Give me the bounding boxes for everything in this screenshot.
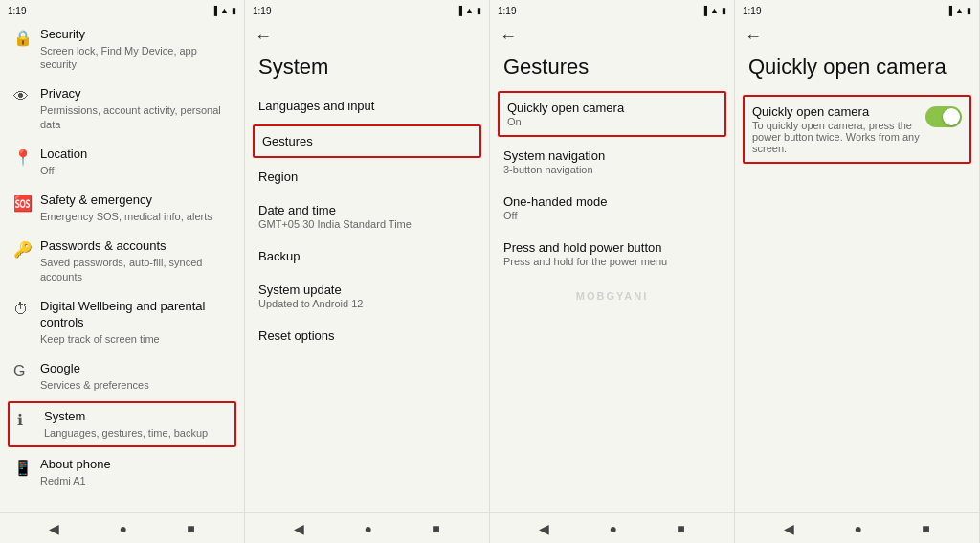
- system-item-title-4: Backup: [258, 249, 476, 263]
- nav-bar-4: ◀ ● ■: [735, 512, 979, 543]
- item-title-0: Security: [40, 27, 231, 43]
- system-item-subtitle-5: Updated to Android 12: [258, 298, 476, 309]
- system-item-1[interactable]: Gestures: [253, 124, 481, 158]
- system-item-6[interactable]: Reset options: [245, 319, 489, 352]
- item-title-2: Location: [40, 147, 231, 163]
- item-subtitle-4: Saved passwords, auto-fill, synced accou…: [40, 256, 231, 283]
- back-nav-1[interactable]: ◀: [39, 517, 69, 540]
- back-nav-2[interactable]: ◀: [284, 517, 314, 540]
- settings-item-5[interactable]: ⏱ Digital Wellbeing and parental control…: [0, 291, 244, 353]
- toggle-subtitle: To quickly open camera, press the power …: [752, 120, 925, 154]
- gesture-item-2[interactable]: One-handed mode Off: [490, 185, 734, 231]
- gesture-item-title-1: System navigation: [503, 148, 721, 163]
- settings-item-8[interactable]: 📱 About phone Redmi A1: [0, 449, 244, 495]
- wifi-icon-4: ▲: [955, 6, 964, 15]
- toggle-switch[interactable]: [925, 106, 962, 127]
- settings-item-0[interactable]: 🔒 Security Screen lock, Find My Device, …: [0, 19, 244, 79]
- time-3: 1:19: [498, 6, 516, 16]
- item-subtitle-6: Services & preferences: [40, 378, 231, 392]
- item-icon-5: ⏱: [13, 299, 40, 318]
- back-arrow-4[interactable]: ←: [735, 19, 979, 51]
- system-item-title-5: System update: [258, 283, 476, 297]
- toggle-title: Quickly open camera: [752, 104, 925, 119]
- system-item-5[interactable]: System update Updated to Android 12: [245, 273, 489, 319]
- recents-nav-1[interactable]: ■: [177, 517, 204, 540]
- time-4: 1:19: [743, 6, 761, 16]
- home-nav-2[interactable]: ●: [355, 517, 382, 540]
- wifi-icon-2: ▲: [465, 6, 474, 15]
- back-nav-3[interactable]: ◀: [529, 517, 559, 540]
- home-nav-4[interactable]: ●: [845, 517, 872, 540]
- status-icons-2: ▐ ▲ ▮: [457, 6, 481, 15]
- item-icon-4: 🔑: [13, 238, 40, 259]
- gesture-item-1[interactable]: System navigation 3-button navigation: [490, 139, 734, 185]
- nav-bar-3: ◀ ● ■: [490, 512, 734, 543]
- item-icon-2: 📍: [13, 147, 40, 167]
- system-item-4[interactable]: Backup: [245, 239, 489, 273]
- panel-system: 1:19 ▐ ▲ ▮ ← System Languages and input …: [245, 0, 490, 543]
- gesture-item-subtitle-0: On: [507, 116, 717, 127]
- item-icon-6: G: [13, 361, 40, 380]
- camera-content: Quickly open camera To quickly open came…: [735, 89, 979, 512]
- nav-bar-1: ◀ ● ■: [0, 512, 244, 543]
- nav-bar-2: ◀ ● ■: [245, 512, 489, 543]
- panel-settings: 1:19 ▐ ▲ ▮ 🔒 Security Screen lock, Find …: [0, 0, 245, 543]
- status-bar-4: 1:19 ▐ ▲ ▮: [735, 0, 979, 19]
- item-icon-7: ℹ: [17, 409, 44, 429]
- item-icon-1: 👁: [13, 86, 40, 105]
- back-arrow-3[interactable]: ←: [490, 19, 734, 51]
- item-subtitle-1: Permissions, account activity, personal …: [40, 103, 231, 131]
- signal-icon-3: ▐: [702, 6, 707, 15]
- gesture-item-0[interactable]: Quickly open camera On: [498, 91, 726, 137]
- gesture-item-subtitle-2: Off: [503, 210, 721, 221]
- gesture-item-subtitle-3: Press and hold for the power menu: [503, 256, 721, 267]
- system-list: Languages and input Gestures Region Date…: [245, 89, 489, 512]
- time-2: 1:19: [253, 6, 271, 16]
- wifi-icon: ▲: [220, 6, 229, 15]
- item-title-1: Privacy: [40, 86, 231, 102]
- back-nav-4[interactable]: ◀: [774, 517, 804, 540]
- status-bar-3: 1:19 ▐ ▲ ▮: [490, 0, 734, 19]
- system-item-2[interactable]: Region: [245, 160, 489, 193]
- status-bar-1: 1:19 ▐ ▲ ▮: [0, 0, 244, 19]
- watermark-gestures: MOBGYANI: [576, 290, 649, 302]
- gesture-item-3[interactable]: Press and hold power button Press and ho…: [490, 231, 734, 277]
- status-bar-2: 1:19 ▐ ▲ ▮: [245, 0, 489, 19]
- system-item-title-1: Gestures: [262, 134, 472, 148]
- settings-item-7[interactable]: ℹ System Languages, gestures, time, back…: [8, 401, 236, 447]
- item-icon-0: 🔒: [13, 27, 40, 47]
- recents-nav-2[interactable]: ■: [422, 517, 449, 540]
- system-item-0[interactable]: Languages and input: [245, 89, 489, 123]
- system-item-subtitle-3: GMT+05:30 India Standard Time: [258, 218, 476, 230]
- gesture-item-title-3: Press and hold power button: [503, 240, 721, 255]
- recents-nav-4[interactable]: ■: [912, 517, 939, 540]
- settings-item-1[interactable]: 👁 Privacy Permissions, account activity,…: [0, 79, 244, 138]
- item-title-3: Safety & emergency: [40, 192, 231, 209]
- status-icons-1: ▐ ▲ ▮: [212, 6, 236, 15]
- recents-nav-3[interactable]: ■: [667, 517, 694, 540]
- home-nav-1[interactable]: ●: [110, 517, 137, 540]
- home-nav-3[interactable]: ●: [600, 517, 627, 540]
- gesture-item-title-0: Quickly open camera: [507, 101, 717, 115]
- system-item-title-2: Region: [258, 170, 476, 184]
- signal-icon: ▐: [212, 6, 217, 15]
- time-1: 1:19: [8, 6, 26, 16]
- status-icons-3: ▐ ▲ ▮: [702, 6, 726, 15]
- settings-item-4[interactable]: 🔑 Passwords & accounts Saved passwords, …: [0, 231, 244, 290]
- toggle-item[interactable]: Quickly open camera To quickly open came…: [743, 95, 971, 164]
- item-subtitle-0: Screen lock, Find My Device, app securit…: [40, 44, 231, 72]
- back-arrow-2[interactable]: ←: [245, 19, 489, 51]
- item-title-6: Google: [40, 361, 231, 377]
- settings-item-2[interactable]: 📍 Location Off: [0, 139, 244, 185]
- system-title: System: [245, 51, 489, 89]
- gestures-title: Gestures: [490, 51, 734, 89]
- settings-item-6[interactable]: G Google Services & preferences: [0, 353, 244, 399]
- system-item-3[interactable]: Date and time GMT+05:30 India Standard T…: [245, 193, 489, 239]
- item-icon-8: 📱: [13, 457, 40, 477]
- signal-icon-2: ▐: [457, 6, 462, 15]
- settings-item-3[interactable]: 🆘 Safety & emergency Emergency SOS, medi…: [0, 185, 244, 231]
- toggle-knob: [943, 108, 960, 125]
- item-subtitle-3: Emergency SOS, medical info, alerts: [40, 210, 231, 223]
- battery-icon: ▮: [232, 6, 236, 15]
- panel-camera: 1:19 ▐ ▲ ▮ ← Quickly open camera Quickly…: [735, 0, 980, 543]
